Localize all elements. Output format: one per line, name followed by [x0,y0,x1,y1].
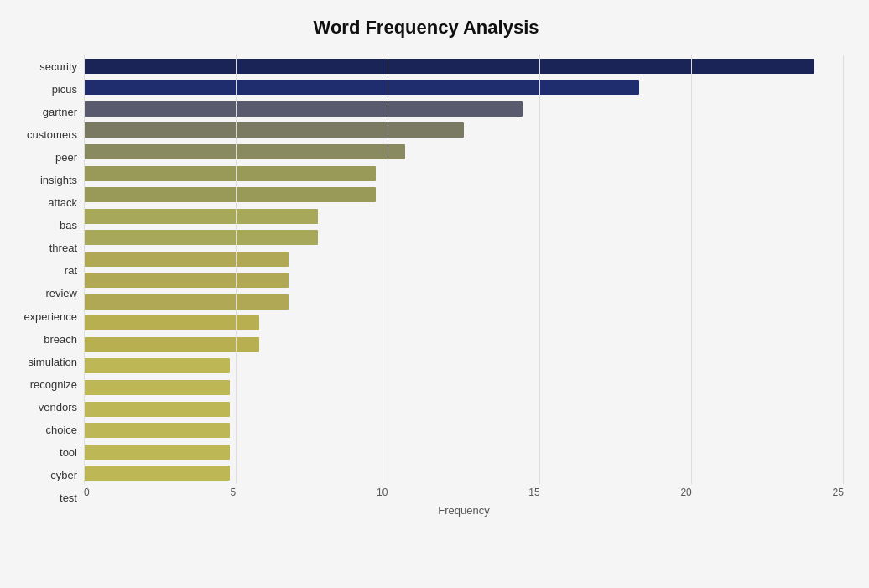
y-axis-label: customers [27,124,77,146]
bar-row [84,142,844,162]
bar [84,380,230,395]
bar-row [84,99,844,119]
y-axis-label: tool [60,441,77,463]
y-axis-label: picus [52,79,77,101]
chart-title: Word Frequency Analysis [8,17,844,39]
bar-row [84,442,844,462]
bar-row [84,185,844,205]
bar [84,230,318,245]
bar [84,358,230,373]
bar-row [84,335,844,355]
x-axis-labels: 0510152025 [84,484,844,501]
bar-row [84,249,844,269]
bar-row [84,313,844,333]
bar-row [84,164,844,184]
bar-row [84,420,844,440]
y-axis-label: gartner [43,101,77,123]
bar [84,273,289,288]
y-axis-label: insights [40,169,77,191]
x-axis-title: Frequency [84,504,844,517]
bar-row [84,270,844,290]
bar [84,59,814,74]
x-tick-label: 10 [377,487,388,498]
y-axis-label: peer [55,147,77,169]
y-axis-label: rat [65,260,77,282]
bar [84,166,376,181]
y-axis-label: test [60,487,77,508]
bar [84,187,376,202]
x-bottom: 0510152025 Frequency [84,484,844,509]
y-axis-label: threat [49,237,77,259]
bar [84,209,318,224]
bar-row [84,292,844,312]
bar-row [84,120,844,140]
bar-row [84,77,844,97]
y-axis-label: choice [45,419,77,440]
x-tick-label: 0 [84,487,90,498]
x-tick-label: 20 [680,487,691,498]
bar [84,337,259,352]
y-axis-label: recognize [30,373,77,395]
bar [84,144,405,159]
chart-container: Word Frequency Analysis securitypicusgar… [0,0,869,588]
bar [84,252,289,267]
y-axis-label: vendors [39,396,77,418]
chart-area: securitypicusgartnercustomerspeerinsight… [8,55,844,509]
bar-row [84,377,844,398]
bar [84,445,230,460]
x-tick-label: 25 [833,487,844,498]
y-axis: securitypicusgartnercustomerspeerinsight… [8,55,84,509]
x-tick-label: 15 [528,487,539,498]
y-axis-label: experience [23,305,77,327]
bar [84,423,230,438]
bar [84,466,230,481]
x-tick-label: 5 [231,487,237,498]
bar [84,315,259,330]
bar [84,122,464,138]
bar-row [84,399,844,419]
bar-row [84,206,844,226]
bar [84,402,230,417]
bar-row [84,463,844,483]
bar-row [84,227,844,247]
y-axis-label: breach [44,328,77,350]
y-axis-label: bas [60,215,77,237]
y-axis-label: attack [48,192,77,214]
bar [84,80,639,95]
bar [84,294,289,310]
y-axis-label: security [39,56,77,78]
y-axis-label: review [45,283,77,304]
bars-and-grid: 0510152025 Frequency [84,55,844,509]
y-axis-label: cyber [50,464,77,486]
bars-container [84,55,844,484]
y-axis-label: simulation [28,351,77,372]
bar-row [84,56,844,76]
bar-row [84,356,844,376]
bar [84,101,523,117]
